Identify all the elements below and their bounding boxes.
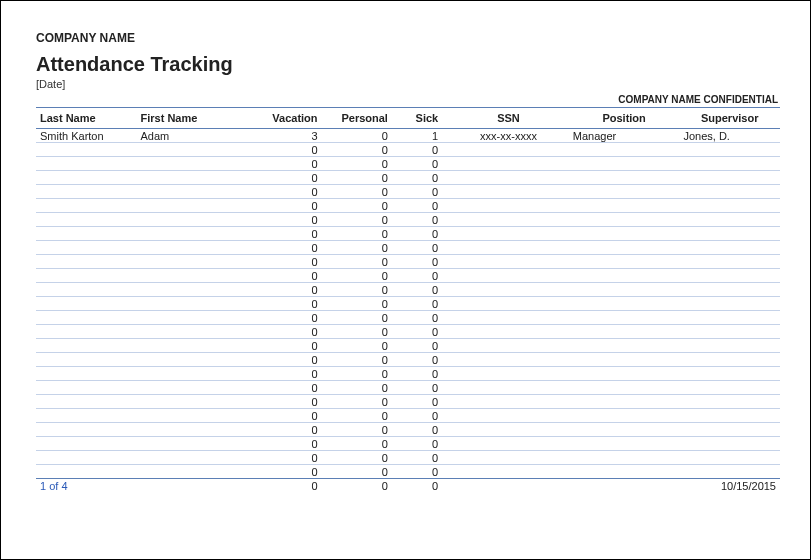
cell-vacation: 0 (247, 325, 327, 339)
cell-sick: 0 (398, 157, 448, 171)
cell-supervisor (679, 241, 780, 255)
cell-last-name (36, 465, 137, 479)
cell-vacation: 0 (247, 367, 327, 381)
cell-supervisor (679, 395, 780, 409)
cell-position (569, 199, 680, 213)
cell-personal: 0 (328, 311, 398, 325)
cell-ssn: xxx-xx-xxxx (448, 129, 569, 143)
cell-sick: 0 (398, 465, 448, 479)
cell-last-name (36, 227, 137, 241)
cell-personal: 0 (328, 339, 398, 353)
cell-last-name (36, 395, 137, 409)
cell-last-name (36, 157, 137, 171)
cell-last-name (36, 437, 137, 451)
cell-sick: 0 (398, 353, 448, 367)
cell-first-name: Adam (137, 129, 248, 143)
cell-supervisor (679, 213, 780, 227)
cell-sick: 0 (398, 241, 448, 255)
footer-vacation-total: 0 (247, 479, 327, 493)
cell-position (569, 157, 680, 171)
cell-supervisor (679, 157, 780, 171)
cell-last-name (36, 171, 137, 185)
table-row: 000 (36, 451, 780, 465)
cell-ssn (448, 339, 569, 353)
cell-personal: 0 (328, 241, 398, 255)
cell-ssn (448, 409, 569, 423)
col-supervisor: Supervisor (679, 108, 780, 129)
cell-first-name (137, 241, 248, 255)
col-last-name: Last Name (36, 108, 137, 129)
cell-ssn (448, 451, 569, 465)
cell-ssn (448, 199, 569, 213)
cell-personal: 0 (328, 269, 398, 283)
cell-first-name (137, 465, 248, 479)
cell-personal: 0 (328, 255, 398, 269)
cell-ssn (448, 269, 569, 283)
cell-vacation: 0 (247, 297, 327, 311)
cell-position (569, 297, 680, 311)
cell-vacation: 3 (247, 129, 327, 143)
cell-last-name (36, 269, 137, 283)
col-vacation: Vacation (247, 108, 327, 129)
col-sick: Sick (398, 108, 448, 129)
table-row: 000 (36, 423, 780, 437)
cell-last-name (36, 367, 137, 381)
cell-first-name (137, 269, 248, 283)
cell-personal: 0 (328, 129, 398, 143)
cell-personal: 0 (328, 437, 398, 451)
cell-supervisor (679, 367, 780, 381)
cell-first-name (137, 283, 248, 297)
cell-vacation: 0 (247, 227, 327, 241)
table-row: 000 (36, 339, 780, 353)
page-indicator: 1 of 4 (36, 479, 247, 493)
cell-position (569, 325, 680, 339)
cell-supervisor (679, 339, 780, 353)
document-page: COMPANY NAME Attendance Tracking [Date] … (0, 0, 811, 560)
cell-last-name (36, 381, 137, 395)
cell-first-name (137, 325, 248, 339)
cell-position (569, 381, 680, 395)
cell-vacation: 0 (247, 339, 327, 353)
cell-vacation: 0 (247, 423, 327, 437)
cell-ssn (448, 255, 569, 269)
cell-personal: 0 (328, 409, 398, 423)
cell-supervisor (679, 283, 780, 297)
cell-supervisor (679, 465, 780, 479)
cell-first-name (137, 353, 248, 367)
cell-position (569, 185, 680, 199)
table-row: Smith KartonAdam301xxx-xx-xxxxManagerJon… (36, 129, 780, 143)
cell-sick: 0 (398, 143, 448, 157)
table-row: 000 (36, 171, 780, 185)
table-row: 000 (36, 367, 780, 381)
cell-last-name (36, 423, 137, 437)
table-row: 000 (36, 227, 780, 241)
footer-sick-total: 0 (398, 479, 448, 493)
cell-first-name (137, 171, 248, 185)
cell-ssn (448, 437, 569, 451)
cell-first-name (137, 339, 248, 353)
cell-personal: 0 (328, 213, 398, 227)
footer-date: 10/15/2015 (679, 479, 780, 493)
cell-last-name (36, 283, 137, 297)
table-row: 000 (36, 283, 780, 297)
cell-vacation: 0 (247, 311, 327, 325)
cell-personal: 0 (328, 283, 398, 297)
cell-vacation: 0 (247, 171, 327, 185)
cell-vacation: 0 (247, 437, 327, 451)
cell-sick: 0 (398, 227, 448, 241)
cell-sick: 0 (398, 171, 448, 185)
cell-vacation: 0 (247, 199, 327, 213)
cell-first-name (137, 409, 248, 423)
col-ssn: SSN (448, 108, 569, 129)
cell-first-name (137, 395, 248, 409)
cell-sick: 0 (398, 451, 448, 465)
table-row: 000 (36, 185, 780, 199)
cell-ssn (448, 423, 569, 437)
cell-ssn (448, 395, 569, 409)
cell-sick: 0 (398, 199, 448, 213)
cell-supervisor (679, 199, 780, 213)
cell-ssn (448, 465, 569, 479)
cell-supervisor (679, 381, 780, 395)
cell-sick: 1 (398, 129, 448, 143)
cell-supervisor: Jones, D. (679, 129, 780, 143)
